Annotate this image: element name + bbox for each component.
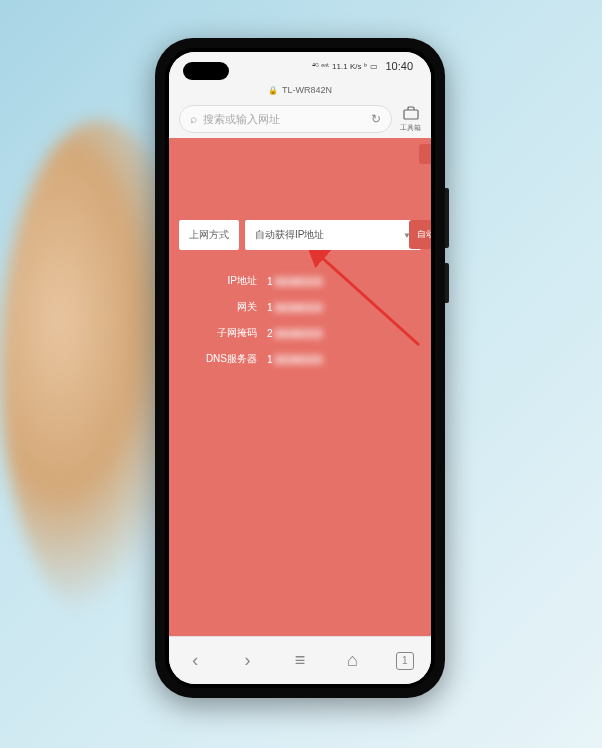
subnet-label: 子网掩码 [179, 326, 267, 340]
ip-address-row: IP地址 1 xx.xxx.x.x [179, 274, 421, 288]
tabs-count: 1 [396, 652, 414, 670]
connection-method-row: 上网方式 自动获得IP地址 ▼ 自动 [179, 220, 421, 250]
ip-label: IP地址 [179, 274, 267, 288]
gateway-label: 网关 [179, 300, 267, 314]
gateway-value-prefix: 1 [267, 302, 273, 313]
clock: 10:40 [385, 60, 413, 72]
tabs-button[interactable]: 1 [385, 641, 425, 681]
page-title: TL-WR842N [282, 85, 332, 95]
ip-value-blur: xx.xxx.x.x [273, 276, 324, 287]
gateway-value-blur: xx.xxx.x.x [273, 302, 324, 313]
auto-button[interactable]: 自动 [409, 220, 431, 249]
menu-button[interactable]: ≡ [280, 641, 320, 681]
search-box[interactable]: ⌕ 搜索或输入网址 ↻ [179, 105, 392, 133]
browser-bottom-nav: ‹ › ≡ ⌂ 1 [169, 636, 431, 684]
subnet-row: 子网掩码 2 xx.xxx.x.x [179, 326, 421, 340]
phone-screen: ⁴ᴳ ᵃⁿᵗ 11.1 K/s ᵇ ▭ 10:40 🔒 TL-WR842N ⌕ … [169, 52, 431, 684]
phone-body: ⁴ᴳ ᵃⁿᵗ 11.1 K/s ᵇ ▭ 10:40 🔒 TL-WR842N ⌕ … [155, 38, 445, 698]
network-speed: 11.1 K/s [332, 62, 361, 71]
back-button[interactable]: ‹ [175, 641, 215, 681]
search-icon: ⌕ [190, 112, 197, 126]
bluetooth-icon: ᵇ [364, 62, 367, 71]
dns-label: DNS服务器 [179, 352, 267, 366]
battery-icon: ▭ [370, 62, 378, 71]
forward-button[interactable]: › [228, 641, 268, 681]
volume-button[interactable] [445, 263, 449, 303]
refresh-icon[interactable]: ↻ [371, 112, 381, 126]
router-admin-page: 上网方式 自动获得IP地址 ▼ 自动 IP地址 1 xx.xxx.x.x [169, 138, 431, 636]
method-label: 上网方式 [179, 220, 239, 250]
toolbox-label: 工具箱 [400, 123, 421, 133]
lock-icon: 🔒 [268, 86, 278, 95]
dns-value-blur: xx.xxx.x.x [273, 354, 324, 365]
top-button-stub[interactable] [419, 144, 431, 164]
dns-value-prefix: 1 [267, 354, 273, 365]
method-dropdown[interactable]: 自动获得IP地址 ▼ [245, 220, 421, 250]
search-row: ⌕ 搜索或输入网址 ↻ 工具箱 [169, 100, 431, 138]
ip-value-prefix: 1 [267, 276, 273, 287]
subnet-value-blur: xx.xxx.x.x [273, 328, 324, 339]
signal-icon: ⁴ᴳ ᵃⁿᵗ [312, 62, 329, 71]
camera-punch-hole [183, 62, 229, 80]
toolbox-button[interactable]: 工具箱 [400, 106, 421, 133]
power-button[interactable] [445, 188, 449, 248]
home-button[interactable]: ⌂ [332, 641, 372, 681]
search-placeholder: 搜索或输入网址 [203, 112, 365, 127]
gateway-row: 网关 1 xx.xxx.x.x [179, 300, 421, 314]
url-bar[interactable]: 🔒 TL-WR842N [169, 80, 431, 100]
dns-row: DNS服务器 1 xx.xxx.x.x [179, 352, 421, 366]
subnet-value-prefix: 2 [267, 328, 273, 339]
svg-rect-0 [404, 110, 418, 119]
toolbox-icon [403, 106, 419, 123]
method-value: 自动获得IP地址 [255, 228, 324, 242]
